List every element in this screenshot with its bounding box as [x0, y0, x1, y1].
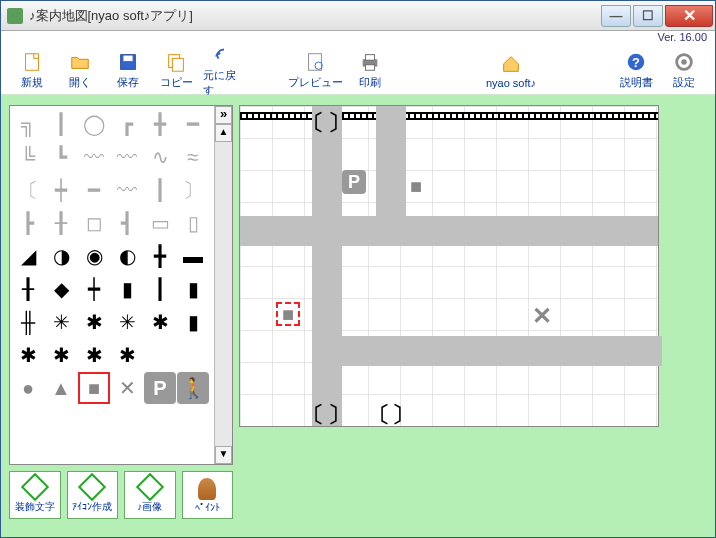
- palette-item[interactable]: ╋: [144, 240, 176, 272]
- palette-item[interactable]: 〰: [78, 141, 110, 173]
- palette-item[interactable]: 〰: [111, 141, 143, 173]
- palette-item[interactable]: ╋: [144, 108, 176, 140]
- palette-item[interactable]: ━: [177, 108, 209, 140]
- palette-item[interactable]: ┗: [45, 141, 77, 173]
- palette-item[interactable]: ┏: [111, 108, 143, 140]
- bracket-icon: 〕: [328, 108, 342, 132]
- new-file-icon: [21, 51, 43, 73]
- square-marker-selected[interactable]: ■: [276, 302, 300, 326]
- palette-item[interactable]: ✱: [111, 339, 143, 371]
- palette-item[interactable]: ≈: [177, 141, 209, 173]
- palette-item[interactable]: ▮: [111, 273, 143, 305]
- new-button[interactable]: 新規: [11, 51, 53, 90]
- maximize-button[interactable]: ☐: [633, 5, 663, 27]
- preview-button[interactable]: プレビュー: [287, 51, 343, 90]
- square-icon[interactable]: ■: [78, 372, 110, 404]
- parking-marker[interactable]: P: [342, 170, 366, 194]
- palette-item[interactable]: ▯: [177, 207, 209, 239]
- palette-item[interactable]: ▮: [177, 273, 209, 305]
- palette-item[interactable]: ✳: [45, 306, 77, 338]
- sub-tools: 装飾文字 ｱｲｺﾝ作成 ♪画像 ﾍﾟｲﾝﾄ: [9, 471, 233, 519]
- palette-item[interactable]: ✱: [45, 339, 77, 371]
- palette-item[interactable]: ◢: [12, 240, 44, 272]
- palette-item[interactable]: ▮: [177, 306, 209, 338]
- palette-item[interactable]: 〕: [177, 174, 209, 206]
- svg-rect-4: [172, 58, 183, 71]
- palette-item[interactable]: ┿: [45, 174, 77, 206]
- copy-icon: [165, 51, 187, 73]
- brush-icon: [198, 478, 216, 500]
- help-icon: ?: [625, 51, 647, 73]
- minimize-button[interactable]: —: [601, 5, 631, 27]
- scroll-track[interactable]: [215, 142, 232, 446]
- palette-item[interactable]: ✱: [78, 339, 110, 371]
- road-horizontal[interactable]: [342, 336, 662, 366]
- canvas-grid: [240, 106, 658, 426]
- image-button[interactable]: ♪画像: [124, 471, 176, 519]
- save-button[interactable]: 保存: [107, 51, 149, 90]
- palette-item[interactable]: ━: [78, 174, 110, 206]
- palette-scrollbar[interactable]: » ▲ ▼: [214, 106, 232, 464]
- undo-button[interactable]: 元に戻す: [203, 44, 245, 98]
- palette-item[interactable]: ✱: [78, 306, 110, 338]
- preview-icon: [304, 51, 326, 73]
- window-controls: — ☐ ✕: [601, 5, 713, 27]
- square-marker[interactable]: ■: [404, 174, 428, 198]
- palette-item[interactable]: [177, 339, 209, 371]
- bracket-icon: 〔: [302, 108, 316, 132]
- palette-item[interactable]: ◯: [78, 108, 110, 140]
- palette-grid: ╗ ┃ ◯ ┏ ╋ ━ ╚ ┗ 〰 〰 ∿ ≈ 〔 ┿ ━ 〰 ┃: [12, 108, 212, 404]
- palette-item[interactable]: ╂: [45, 207, 77, 239]
- circle-icon[interactable]: ●: [12, 372, 44, 404]
- symbol-palette[interactable]: ╗ ┃ ◯ ┏ ╋ ━ ╚ ┗ 〰 〰 ∿ ≈ 〔 ┿ ━ 〰 ┃: [9, 105, 233, 465]
- palette-item[interactable]: ◐: [111, 240, 143, 272]
- road-vertical[interactable]: [312, 106, 342, 426]
- palette-item[interactable]: ◉: [78, 240, 110, 272]
- palette-item[interactable]: ▬: [177, 240, 209, 272]
- scroll-up-button[interactable]: ▲: [215, 124, 232, 142]
- paint-button[interactable]: ﾍﾟｲﾝﾄ: [182, 471, 234, 519]
- help-button[interactable]: ? 説明書: [615, 51, 657, 90]
- palette-item[interactable]: 〔: [12, 174, 44, 206]
- open-button[interactable]: 開く: [59, 51, 101, 90]
- palette-item[interactable]: ╫: [12, 306, 44, 338]
- walk-icon[interactable]: 🚶: [177, 372, 209, 404]
- settings-button[interactable]: 設定: [663, 51, 705, 90]
- print-button[interactable]: 印刷: [349, 51, 391, 90]
- decorate-text-button[interactable]: 装飾文字: [9, 471, 61, 519]
- cross-icon[interactable]: ✕: [111, 372, 143, 404]
- palette-item[interactable]: ✱: [12, 339, 44, 371]
- version-label: Ver. 16.00: [1, 31, 715, 47]
- brand-button[interactable]: nyao soft♪: [479, 53, 543, 89]
- palette-item[interactable]: ╚: [12, 141, 44, 173]
- expand-button[interactable]: »: [215, 106, 232, 124]
- close-button[interactable]: ✕: [665, 5, 713, 27]
- palette-item[interactable]: 〰: [111, 174, 143, 206]
- palette-item[interactable]: ✳: [111, 306, 143, 338]
- palette-item[interactable]: [144, 339, 176, 371]
- icon-create-button[interactable]: ｱｲｺﾝ作成: [67, 471, 119, 519]
- palette-item[interactable]: ┣: [12, 207, 44, 239]
- palette-item[interactable]: ◆: [45, 273, 77, 305]
- main-toolbar: 新規 開く 保存 コピー 元に戻す プレビュー 印刷 ny: [1, 47, 715, 95]
- palette-item[interactable]: ┫: [111, 207, 143, 239]
- palette-item[interactable]: ╗: [12, 108, 44, 140]
- map-canvas[interactable]: 〔 〕 〔 〕 〔 〕 P ■ ■ ✕: [239, 105, 659, 427]
- copy-button[interactable]: コピー: [155, 51, 197, 90]
- diamond-icon: [78, 472, 106, 500]
- cross-marker[interactable]: ✕: [530, 304, 554, 328]
- palette-item[interactable]: ▭: [144, 207, 176, 239]
- palette-item[interactable]: ┿: [78, 273, 110, 305]
- palette-item[interactable]: ┃: [45, 108, 77, 140]
- palette-item[interactable]: ◑: [45, 240, 77, 272]
- palette-item[interactable]: ◻: [78, 207, 110, 239]
- scroll-down-button[interactable]: ▼: [215, 446, 232, 464]
- road-horizontal[interactable]: [240, 216, 658, 246]
- palette-item[interactable]: ┃: [144, 273, 176, 305]
- palette-item[interactable]: ✱: [144, 306, 176, 338]
- triangle-icon[interactable]: ▲: [45, 372, 77, 404]
- palette-item[interactable]: ┃: [144, 174, 176, 206]
- parking-icon[interactable]: P: [144, 372, 176, 404]
- palette-item[interactable]: ∿: [144, 141, 176, 173]
- palette-item[interactable]: ╂: [12, 273, 44, 305]
